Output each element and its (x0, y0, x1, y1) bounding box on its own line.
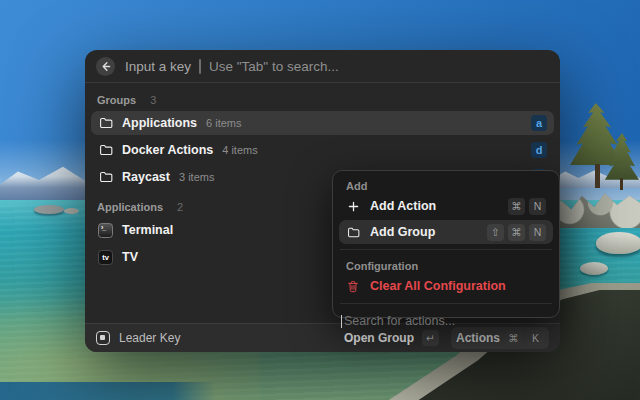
section-count: 3 (150, 94, 156, 106)
group-item-count: 3 items (179, 171, 214, 183)
popup-divider (340, 249, 552, 250)
key-badge: d (531, 142, 547, 158)
shift-keycap: ⇧ (487, 224, 504, 241)
terminal-app-icon (98, 223, 113, 238)
folder-icon (98, 144, 113, 156)
back-button[interactable] (96, 57, 115, 76)
popup-section-configuration: Configuration (339, 255, 553, 272)
group-title: Docker Actions (122, 143, 213, 157)
n-keycap: N (529, 198, 546, 215)
command-keycap: ⌘ (508, 198, 525, 215)
group-row-docker-actions[interactable]: Docker Actions 4 items d (91, 138, 554, 162)
n-keycap: N (529, 224, 546, 241)
popup-section-add: Add (339, 175, 553, 192)
search-bar: Input a key Use "Tab" to search... (85, 50, 560, 83)
leader-key-app-icon (96, 331, 110, 345)
wallpaper-tree-trunk (620, 178, 623, 190)
menu-item-add-group[interactable]: Add Group ⇧ ⌘ N (339, 220, 553, 244)
folder-icon (346, 227, 360, 238)
app-name: Leader Key (119, 331, 180, 345)
group-title: Raycast (122, 170, 170, 184)
back-arrow-icon (100, 61, 111, 72)
wallpaper-deep-water (0, 382, 215, 400)
app-title: TV (122, 250, 138, 264)
app-title: Terminal (122, 223, 173, 237)
text-cursor (341, 315, 342, 328)
key-input[interactable]: Input a key Use "Tab" to search... (125, 59, 339, 74)
group-item-count: 4 items (222, 144, 257, 156)
desktop: Input a key Use "Tab" to search... Group… (0, 0, 640, 400)
placeholder-divider (199, 59, 201, 74)
group-title: Applications (122, 116, 197, 130)
key-input-placeholder: Input a key (125, 59, 191, 74)
wallpaper-rock (64, 208, 79, 214)
wallpaper-tree-trunk (595, 164, 600, 188)
section-count: 2 (177, 201, 183, 213)
trash-icon (346, 280, 360, 293)
actions-popup: Add Add Action ⌘ N Add Group ⇧ ⌘ N Confi… (332, 170, 560, 318)
open-group-label: Open Group (344, 331, 414, 345)
group-row-applications[interactable]: Applications 6 items a (91, 111, 554, 135)
tv-app-icon: tv (98, 250, 113, 265)
group-item-count: 6 items (206, 117, 241, 129)
wallpaper-rock (34, 205, 64, 214)
wallpaper-boulder (580, 262, 608, 275)
menu-item-add-action[interactable]: Add Action ⌘ N (339, 194, 553, 218)
search-placeholder: Search for actions... (344, 314, 455, 328)
menu-item-clear-all-configuration[interactable]: Clear All Configuration (339, 274, 553, 298)
folder-icon (98, 171, 113, 183)
section-header-groups: Groups 3 (85, 85, 560, 111)
search-hint-text: Use "Tab" to search... (209, 59, 339, 74)
popup-divider (340, 303, 552, 304)
wallpaper-boulder (596, 232, 640, 254)
plus-icon (346, 201, 360, 212)
command-keycap: ⌘ (508, 224, 525, 241)
actions-search-input[interactable]: Search for actions... (339, 309, 553, 333)
key-badge: a (531, 115, 547, 131)
folder-icon (98, 117, 113, 129)
